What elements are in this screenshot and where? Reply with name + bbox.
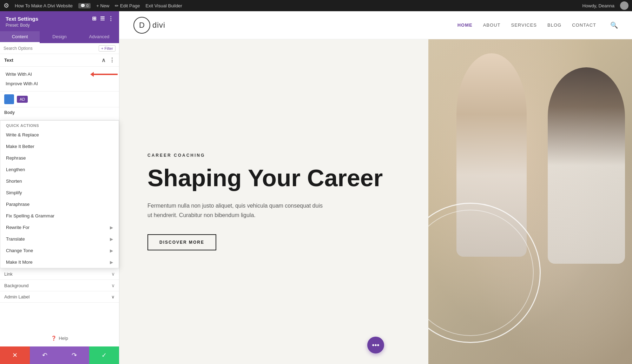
help-row[interactable]: ❓ Help <box>0 330 119 346</box>
admin-label-row[interactable]: Admin Label ∨ <box>0 291 119 303</box>
comment-count-badge[interactable]: 💬 0 <box>78 3 91 8</box>
help-icon: ❓ <box>51 336 57 341</box>
nav-blog[interactable]: BLOG <box>547 22 561 28</box>
quick-actions-section-label: Quick Actions <box>0 121 119 129</box>
change-tone-arrow: ▶ <box>110 248 113 253</box>
nav-services[interactable]: SERVICES <box>511 22 537 28</box>
make-it-more-arrow: ▶ <box>110 260 113 265</box>
panel-title: Text Settings ⊞ ☰ ⋮ <box>6 15 113 22</box>
logo-text: divi <box>152 21 165 30</box>
text-section-header: Text ∧ ⋮ <box>0 54 119 67</box>
settings-sidebar: Text Settings ⊞ ☰ ⋮ Preset: Body Content… <box>0 11 119 364</box>
tab-content[interactable]: Content <box>0 31 40 43</box>
hero-cta-button[interactable]: DISCOVER MORE <box>147 234 216 250</box>
ai-dropdown-menu: Quick Actions Write & Replace Make It Be… <box>0 120 119 268</box>
logo-circle: D <box>133 17 150 34</box>
preset-label[interactable]: Preset: Body <box>6 23 113 28</box>
sidebar-tabs: Content Design Advanced <box>0 31 119 43</box>
hero-description: Fermentum nulla non justo aliquet, quis … <box>147 201 323 220</box>
paraphrase-item[interactable]: Paraphrase <box>0 198 119 210</box>
ad-button[interactable]: AD <box>17 96 28 103</box>
body-label: Body <box>4 110 115 115</box>
admin-chevron: ∨ <box>111 294 115 299</box>
tab-advanced[interactable]: Advanced <box>79 31 119 43</box>
body-section: Body <box>0 107 119 120</box>
write-replace-item[interactable]: Write & Replace <box>0 129 119 141</box>
panel-icon-columns[interactable]: ☰ <box>100 15 105 22</box>
hero-tag: CAREER COACHING <box>147 153 407 158</box>
wp-admin-bar: ⚙ How To Make A Divi Website 💬 0 + New ✏… <box>0 0 632 11</box>
nav-home[interactable]: HOME <box>457 22 473 28</box>
lengthen-item[interactable]: Lengthen <box>0 164 119 175</box>
make-it-more-item[interactable]: Make It More ▶ <box>0 256 119 268</box>
change-tone-item[interactable]: Change Tone ▶ <box>0 245 119 256</box>
exit-builder-link[interactable]: Exit Visual Builder <box>145 3 182 8</box>
translate-item[interactable]: Translate ▶ <box>0 233 119 245</box>
fab-button[interactable]: ••• <box>367 337 384 353</box>
link-chevron: ∨ <box>111 271 115 277</box>
hero-image <box>428 39 632 364</box>
sidebar-header: Text Settings ⊞ ☰ ⋮ Preset: Body <box>0 11 119 31</box>
nav-about[interactable]: ABOUT <box>483 22 501 28</box>
panel-icon-menu[interactable]: ⋮ <box>108 15 113 22</box>
edit-page-link[interactable]: ✏ Edit Page <box>115 3 140 8</box>
site-logo: D divi <box>133 17 165 34</box>
site-search-icon[interactable]: 🔍 <box>610 21 618 29</box>
cancel-button[interactable]: ✕ <box>0 346 30 364</box>
site-nav: HOME ABOUT SERVICES BLOG CONTACT 🔍 <box>457 21 618 29</box>
site-name-link[interactable]: How To Make A Divi Website <box>15 3 73 8</box>
undo-button[interactable]: ↶ <box>30 346 60 364</box>
text-section-label: Text <box>4 58 13 63</box>
wp-logo-icon[interactable]: ⚙ <box>4 2 9 9</box>
text-section-menu[interactable]: ⋮ <box>109 57 115 63</box>
site-header: D divi HOME ABOUT SERVICES BLOG CONTACT … <box>119 11 632 39</box>
ai-options-area: Write With AI Improve With AI <box>0 67 119 92</box>
new-post-link[interactable]: + New <box>96 3 109 8</box>
search-input[interactable] <box>4 46 97 51</box>
bottom-action-bar: ✕ ↶ ↷ ✓ <box>0 346 119 364</box>
hero-title: Shaping Your Career <box>147 165 407 191</box>
filter-button[interactable]: + Filter <box>99 45 116 52</box>
panel-icons: ⊞ ☰ ⋮ <box>92 15 113 22</box>
link-section-row[interactable]: Link ∨ <box>0 268 119 280</box>
panel-icon-grid[interactable]: ⊞ <box>92 15 97 22</box>
translate-arrow: ▶ <box>110 237 113 242</box>
rewrite-for-item[interactable]: Rewrite For ▶ <box>0 222 119 233</box>
color-swatch-blue[interactable] <box>4 94 14 104</box>
background-chevron: ∨ <box>111 283 115 288</box>
color-swatch-area: AD <box>0 92 119 107</box>
content-area: D divi HOME ABOUT SERVICES BLOG CONTACT … <box>119 11 632 364</box>
shorten-item[interactable]: Shorten <box>0 175 119 187</box>
tab-design[interactable]: Design <box>40 31 79 43</box>
background-section-row[interactable]: Background ∨ <box>0 280 119 291</box>
fix-spelling-item[interactable]: Fix Spelling & Grammar <box>0 210 119 222</box>
improve-with-ai-option[interactable]: Improve With AI <box>4 79 115 88</box>
howdy-text: Howdy, Deanna <box>582 3 614 8</box>
hero-photo <box>428 39 632 364</box>
avatar[interactable] <box>620 1 628 10</box>
collapse-text-section[interactable]: ∧ <box>101 57 106 63</box>
write-with-ai-option[interactable]: Write With AI <box>4 69 115 79</box>
simplify-item[interactable]: Simplify <box>0 187 119 198</box>
nav-contact[interactable]: CONTACT <box>572 22 596 28</box>
rephrase-item[interactable]: Rephrase <box>0 152 119 164</box>
hero-content: CAREER COACHING Shaping Your Career Ferm… <box>119 39 428 364</box>
hero-section: CAREER COACHING Shaping Your Career Ferm… <box>119 39 632 364</box>
search-bar: + Filter <box>0 43 119 54</box>
redo-button[interactable]: ↷ <box>60 346 90 364</box>
rewrite-for-arrow: ▶ <box>110 225 113 230</box>
make-it-better-item[interactable]: Make It Better <box>0 141 119 152</box>
save-button[interactable]: ✓ <box>89 346 119 364</box>
